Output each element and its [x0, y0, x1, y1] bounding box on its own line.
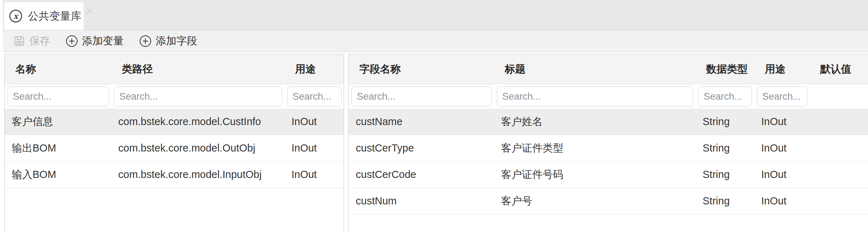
table-cell: InOut: [284, 135, 344, 161]
table-row[interactable]: 输入BOMcom.bstek.core.model.InputObjInOut: [5, 162, 344, 188]
column-header-default-value[interactable]: 默认值: [809, 54, 868, 84]
tab-title: 公共变量库: [28, 9, 81, 24]
data-type-search-input[interactable]: [698, 86, 752, 106]
save-button[interactable]: 保存: [14, 34, 50, 48]
fields-grid-filter-row: [349, 84, 868, 109]
table-row[interactable]: custCerType客户证件类型StringInOut: [349, 135, 868, 162]
table-cell: InOut: [754, 188, 809, 214]
table-row[interactable]: custNum客户号StringInOut: [349, 188, 868, 214]
table-cell: 输入BOM: [5, 162, 111, 188]
add-variable-button-label: 添加变量: [82, 34, 124, 48]
fields-grid-header: 字段名称 标题 数据类型 用途 默认值: [349, 54, 868, 84]
table-cell: com.bstek.core.model.OutObj: [111, 135, 284, 161]
fields-grid: 字段名称 标题 数据类型 用途 默认值 custName客户姓名StringIn…: [348, 54, 868, 233]
title-search-input[interactable]: [497, 86, 693, 106]
usage-search-input[interactable]: [757, 86, 807, 106]
plus-circle-icon: [139, 35, 156, 47]
content-area: 名称 类路径 用途 客户信息com.bstek.core.model.CustI…: [0, 54, 868, 233]
close-icon[interactable]: ✕: [86, 7, 93, 16]
fields-grid-body: custName客户姓名StringInOutcustCerType客户证件类型…: [349, 109, 868, 214]
table-cell: String: [695, 109, 754, 135]
variables-grid-filter-row: [5, 84, 344, 109]
save-floppy-icon: [14, 35, 29, 47]
column-header-name[interactable]: 名称: [5, 54, 111, 84]
table-cell: String: [695, 162, 754, 188]
table-cell: 客户信息: [5, 109, 111, 135]
variable-circle-x-icon: x: [9, 10, 22, 23]
tab-public-variable-library[interactable]: x 公共变量库 ✕: [4, 2, 84, 30]
name-search-input[interactable]: [8, 86, 109, 106]
table-cell: custNum: [349, 188, 494, 214]
column-header-class-path[interactable]: 类路径: [111, 54, 284, 84]
variables-grid-header: 名称 类路径 用途: [5, 54, 344, 84]
table-cell: InOut: [754, 135, 809, 161]
table-cell: 客户姓名: [494, 109, 695, 135]
table-cell: [809, 162, 868, 188]
table-row[interactable]: 输出BOMcom.bstek.core.model.OutObjInOut: [5, 135, 344, 162]
table-cell: [809, 109, 868, 135]
table-row[interactable]: custCerCode客户证件号码StringInOut: [349, 162, 868, 188]
table-cell: InOut: [284, 109, 344, 135]
toolbar: 保存 添加变量 添加字段: [3, 30, 868, 52]
add-variable-button[interactable]: 添加变量: [66, 34, 124, 48]
field-name-search-input[interactable]: [351, 86, 492, 106]
tab-bar: x 公共变量库 ✕: [3, 0, 868, 30]
table-cell: custName: [349, 109, 494, 135]
save-button-label: 保存: [29, 34, 50, 48]
table-cell: InOut: [754, 162, 809, 188]
table-row[interactable]: 客户信息com.bstek.core.model.CustInfoInOut: [5, 109, 344, 135]
column-header-usage[interactable]: 用途: [754, 54, 809, 84]
table-cell: 客户证件号码: [494, 162, 695, 188]
column-header-data-type[interactable]: 数据类型: [695, 54, 754, 84]
table-cell: [809, 135, 868, 161]
table-cell: com.bstek.core.model.InputObj: [111, 162, 284, 188]
table-cell: 客户号: [494, 188, 695, 214]
table-cell: 输出BOM: [5, 135, 111, 161]
table-cell: custCerType: [349, 135, 494, 161]
table-cell: InOut: [284, 162, 344, 188]
column-header-usage[interactable]: 用途: [284, 54, 344, 84]
column-header-title[interactable]: 标题: [494, 54, 695, 84]
table-cell: InOut: [754, 109, 809, 135]
table-cell: com.bstek.core.model.CustInfo: [111, 109, 284, 135]
usage-search-input[interactable]: [287, 86, 341, 106]
table-row[interactable]: custName客户姓名StringInOut: [349, 109, 868, 135]
table-cell: [809, 188, 868, 214]
table-cell: String: [695, 135, 754, 161]
table-cell: custCerCode: [349, 162, 494, 188]
plus-circle-icon: [66, 35, 82, 47]
table-cell: 客户证件类型: [494, 135, 695, 161]
add-field-button-label: 添加字段: [156, 34, 197, 48]
table-cell: String: [695, 188, 754, 214]
column-header-field-name[interactable]: 字段名称: [349, 54, 494, 84]
variables-grid-body: 客户信息com.bstek.core.model.CustInfoInOut输出…: [5, 109, 344, 188]
add-field-button[interactable]: 添加字段: [139, 34, 197, 48]
class-path-search-input[interactable]: [114, 86, 282, 106]
variables-grid: 名称 类路径 用途 客户信息com.bstek.core.model.CustI…: [4, 54, 344, 233]
